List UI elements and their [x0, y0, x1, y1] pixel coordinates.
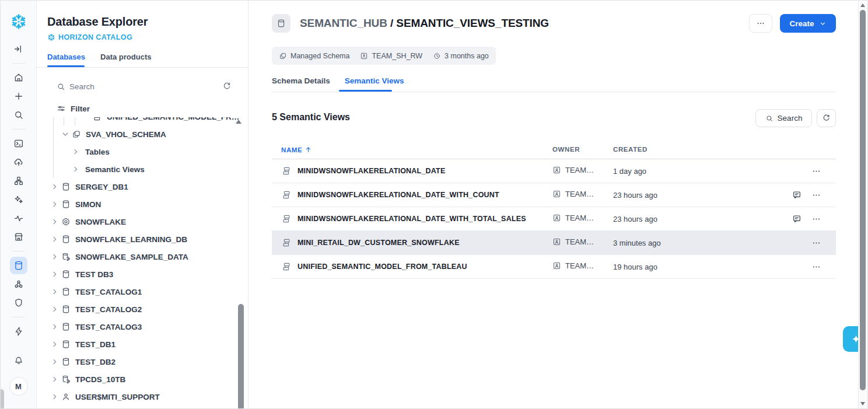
chevron-right-icon[interactable]	[50, 235, 60, 244]
sidebar-scroll-up-arrow[interactable]	[236, 120, 242, 124]
row-actions-button[interactable]	[811, 190, 821, 200]
tree-item-label: Semantic Views	[85, 165, 145, 174]
tree-item[interactable]: Semantic Views	[37, 160, 248, 178]
left-icon-rail: M	[1, 1, 37, 408]
comment-icon[interactable]	[792, 214, 802, 223]
row-actions-button[interactable]	[811, 214, 821, 224]
tree-item[interactable]: SERGEY_DB1	[37, 178, 248, 195]
tree-item[interactable]: TPCDS_10TB	[37, 370, 248, 388]
row-name[interactable]: MINIDWSNOWFLAKERELATIONAL_DATE	[298, 167, 445, 175]
row-name[interactable]: MINIDWSNOWFLAKERELATIONAL_DATE_WITH_COUN…	[298, 191, 499, 199]
tree-item[interactable]: USER$MITI_SUPPORT	[37, 388, 248, 405]
sidebar-scrollbar-thumb[interactable]	[238, 304, 244, 409]
tree-item[interactable]: SVA_VHOL_SCHEMA	[37, 125, 248, 143]
user-avatar[interactable]: M	[9, 377, 28, 396]
rail-item-marketplace[interactable]	[10, 228, 27, 246]
rail-item-ai-ml[interactable]	[10, 191, 27, 208]
row-name[interactable]: UNIFIED_SEMANTIC_MODEL_FROM_TABLEAU	[298, 263, 467, 271]
schema-icon	[72, 130, 81, 139]
table-row[interactable]: UNIFIED_SEMANTIC_MODEL_FROM_TABLEAUTEAM……	[272, 255, 836, 279]
tree-item[interactable]: TEST_CATALOG1	[37, 283, 248, 300]
rail-item-ingestion[interactable]	[10, 153, 27, 171]
rail-item-create-new[interactable]	[10, 88, 27, 105]
column-header-created[interactable]: CREATED	[613, 146, 648, 153]
tree-item[interactable]: TEST_CATALOG2	[37, 300, 248, 318]
rail-divider	[12, 129, 25, 130]
tree-item[interactable]: UNIFIED_SEMANTIC_MODEL_FR…	[37, 117, 248, 125]
breadcrumb: SEMANTIC_HUB / SEMANTIC_VIEWS_TESTING	[300, 14, 549, 33]
tree-item[interactable]: SIMON	[37, 195, 248, 213]
chevron-right-icon[interactable]	[50, 375, 60, 384]
row-actions-button[interactable]	[811, 238, 821, 248]
rail-item-collapse-panel[interactable]	[10, 40, 27, 58]
chevron-right-icon[interactable]	[50, 252, 60, 261]
chevron-right-icon[interactable]	[50, 270, 60, 279]
tree-item[interactable]: Tables	[37, 143, 248, 160]
chevron-right-icon[interactable]	[50, 217, 60, 226]
tree-item[interactable]: SNOWFLAKE_LEARNING_DB	[37, 230, 248, 248]
tree-item[interactable]: SNOWFLAKE	[37, 213, 248, 230]
table-row[interactable]: MINIDWSNOWFLAKERELATIONAL_DATETEAM…1 day…	[272, 159, 836, 183]
rail-item-data-sharing[interactable]	[10, 275, 27, 293]
more-actions-button[interactable]	[749, 14, 772, 33]
tree-item[interactable]: TEST DB3	[37, 265, 248, 283]
chevron-right-icon[interactable]	[50, 357, 60, 366]
snowflake-logo-icon[interactable]	[10, 13, 27, 30]
table-row[interactable]: MINIDWSNOWFLAKERELATIONAL_DATE_WITH_TOTA…	[272, 207, 836, 231]
tab-data-products[interactable]: Data products	[100, 53, 151, 61]
chevron-right-icon[interactable]	[71, 147, 80, 156]
tree-item-label: UNIFIED_SEMANTIC_MODEL_FR…	[107, 117, 239, 121]
rail-item-worksheets[interactable]	[10, 135, 27, 152]
column-header-owner[interactable]: OWNER	[552, 146, 580, 153]
table-row[interactable]: MINIDWSNOWFLAKERELATIONAL_DATE_WITH_COUN…	[272, 183, 836, 207]
row-owner: TEAM…	[552, 190, 594, 198]
comment-icon[interactable]	[792, 190, 802, 200]
chevron-right-icon[interactable]	[50, 340, 60, 349]
chevron-right-icon[interactable]	[50, 392, 60, 401]
list-refresh-button[interactable]	[817, 109, 836, 127]
rail-item-data-catalog[interactable]	[10, 257, 27, 274]
chevron-right-icon[interactable]	[71, 165, 80, 174]
row-actions-button[interactable]	[811, 262, 821, 272]
row-name[interactable]: MINI_RETAIL_DW_CUSTOMER_SNOWFLAKE	[298, 239, 460, 247]
rail-item-search[interactable]	[10, 106, 27, 124]
rail-item-governance[interactable]	[10, 294, 27, 312]
scrollbar-down-arrow[interactable]	[860, 402, 865, 405]
refresh-icon[interactable]	[222, 82, 232, 91]
table-row[interactable]: MINI_RETAIL_DW_CUSTOMER_SNOWFLAKETEAM…3 …	[272, 231, 836, 255]
notifications-button[interactable]	[10, 351, 27, 369]
rail-item-home[interactable]	[10, 69, 27, 86]
create-button[interactable]: Create	[780, 14, 836, 33]
scrollbar-thumb[interactable]	[860, 10, 866, 390]
plus-icon	[13, 91, 24, 102]
chevron-right-icon[interactable]	[50, 287, 60, 296]
sidebar-search-input[interactable]: Search	[37, 77, 248, 97]
chevron-down-icon[interactable]	[61, 130, 70, 139]
scrollbar-up-arrow[interactable]	[860, 4, 865, 7]
chevron-right-icon[interactable]	[50, 200, 60, 209]
tree-item[interactable]: SNOWFLAKE_SAMPLE_DATA	[37, 248, 248, 265]
tab-schema-details[interactable]: Schema Details	[272, 76, 330, 85]
filter-button[interactable]: Filter	[37, 100, 248, 117]
tab-databases[interactable]: Databases	[47, 53, 85, 61]
row-actions-button[interactable]	[811, 166, 821, 176]
row-name[interactable]: MINIDWSNOWFLAKERELATIONAL_DATE_WITH_TOTA…	[298, 215, 526, 223]
filter-label: Filter	[71, 104, 90, 113]
column-header-name[interactable]: NAME	[281, 146, 312, 153]
list-search-button[interactable]: Search	[755, 109, 812, 127]
tree-item[interactable]: TEST_DB2	[37, 353, 248, 370]
row-created: 1 day ago	[613, 167, 646, 176]
row-owner-label: TEAM…	[565, 237, 594, 246]
tree-item[interactable]: TEST_DB1	[37, 335, 248, 353]
breadcrumb-database[interactable]: SEMANTIC_HUB	[300, 17, 387, 30]
page-scrollbar[interactable]	[858, 1, 867, 408]
tab-semantic-views[interactable]: Semantic Views	[345, 76, 404, 85]
rail-item-monitoring[interactable]	[10, 209, 27, 227]
chevron-right-icon[interactable]	[50, 305, 60, 314]
rail-item-admin[interactable]	[10, 323, 27, 340]
chevron-right-icon[interactable]	[50, 322, 60, 331]
refresh-icon	[822, 114, 831, 123]
tree-item[interactable]: TEST_CATALOG3	[37, 318, 248, 335]
chevron-right-icon[interactable]	[50, 182, 60, 191]
rail-item-transformation[interactable]	[10, 172, 27, 190]
